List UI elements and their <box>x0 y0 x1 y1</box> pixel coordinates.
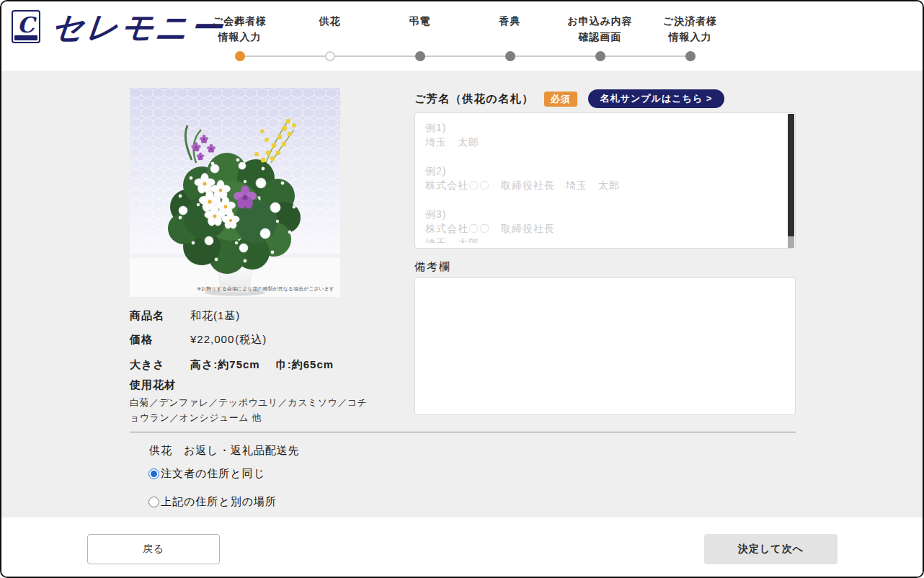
step-payer-info: ご決済者様 情報入力 <box>645 13 735 61</box>
step-dot-icon <box>595 51 605 61</box>
confirm-next-button[interactable]: 決定して次へ <box>704 534 838 564</box>
header: C セレモニー ご会葬者様 情報入力 供花 弔電 <box>1 1 923 71</box>
back-button[interactable]: 戻る <box>87 534 220 564</box>
nameplate-textarea[interactable]: 例1) 埼玉 太郎 例2) 株式会社〇〇 取締役社長 埼玉 太郎 例3) 株式会… <box>414 112 796 249</box>
product-image-caption: ※お飾りする会場により花の種類が異なる場合がございます <box>197 286 334 292</box>
nameplate-label: ご芳名（供花の名札） <box>414 92 534 106</box>
product-size-label: 大きさ <box>130 358 190 372</box>
step-kouden: 香典 <box>465 13 555 61</box>
required-badge: 必須 <box>544 92 577 107</box>
product-price-tax-note: (税込) <box>235 333 267 347</box>
product-name-row: 商品名 和花(1基) <box>130 309 240 323</box>
step-kyoka: 供花 <box>285 13 375 61</box>
delivery-section-title: 供花 お返し・返礼品配送先 <box>149 444 300 458</box>
step-dot-icon <box>505 51 515 61</box>
product-name-value: 和花(1基) <box>190 309 240 323</box>
step-chouden: 弔電 <box>375 13 465 61</box>
step-guest-info: ご会葬者様 情報入力 <box>195 13 285 61</box>
nameplate-scrollbar-track[interactable] <box>788 236 794 248</box>
product-materials-value: 白菊／デンファレ／テッポウユリ／カスミソウ／コチョウラン／オンシジューム 他 <box>130 395 368 425</box>
step-confirm: お申込み内容 確認画面 <box>555 13 645 61</box>
delivery-radio-other-address[interactable] <box>148 497 159 507</box>
step-dot-icon <box>685 51 696 61</box>
product-price-row: 価格 ¥22,000 (税込) <box>130 333 267 347</box>
section-divider <box>130 432 796 432</box>
product-photo: ※お飾りする会場により花の種類が異なる場合がございます <box>130 88 340 297</box>
nameplate-scrollbar-thumb[interactable] <box>788 114 794 236</box>
logo: C セレモニー <box>12 10 224 43</box>
step-dot-icon <box>415 51 425 61</box>
step-dot-current-icon <box>235 51 245 61</box>
product-size-width: 巾:約65cm <box>276 358 334 372</box>
logo-badge-letter: C <box>17 12 35 37</box>
delivery-option-same-address[interactable]: 注文者の住所と同じ <box>148 467 265 481</box>
nameplate-header-row: ご芳名（供花の名札） 必須 名札サンプルはこちら > <box>414 89 724 108</box>
remarks-label: 備考欄 <box>414 260 451 274</box>
step-dot-open-icon <box>325 51 335 61</box>
product-price-label: 価格 <box>130 333 190 347</box>
product-materials-label: 使用花材 <box>130 378 176 392</box>
page: C セレモニー ご会葬者様 情報入力 供花 弔電 <box>0 0 924 578</box>
main-content: ※お飾りする会場により花の種類が異なる場合がございます 商品名 和花(1基) 価… <box>1 71 923 517</box>
footer-bar: 戻る 決定して次へ <box>1 517 923 577</box>
delivery-option-label: 上記の住所と別の場所 <box>161 495 277 509</box>
product-name-label: 商品名 <box>130 309 190 323</box>
delivery-option-other-address[interactable]: 上記の住所と別の場所 <box>148 495 277 509</box>
logo-badge-icon: C <box>12 10 40 43</box>
nameplate-sample-button[interactable]: 名札サンプルはこちら > <box>588 89 725 108</box>
product-size-height: 高さ:約75cm <box>190 358 260 372</box>
delivery-option-label: 注文者の住所と同じ <box>161 467 265 481</box>
product-size-row: 大きさ 高さ:約75cm 巾:約65cm <box>130 358 334 372</box>
progress-stepper: ご会葬者様 情報入力 供花 弔電 香典 お申込み内容 確認画面 <box>195 13 735 61</box>
nameplate-placeholder-text: 例1) 埼玉 太郎 例2) 株式会社〇〇 取締役社長 埼玉 太郎 例3) 株式会… <box>425 120 781 243</box>
logo-badge-strip <box>14 35 37 40</box>
delivery-radio-same-address[interactable] <box>148 468 159 479</box>
remarks-textarea[interactable] <box>414 277 796 415</box>
product-price-value: ¥22,000 <box>190 333 234 345</box>
